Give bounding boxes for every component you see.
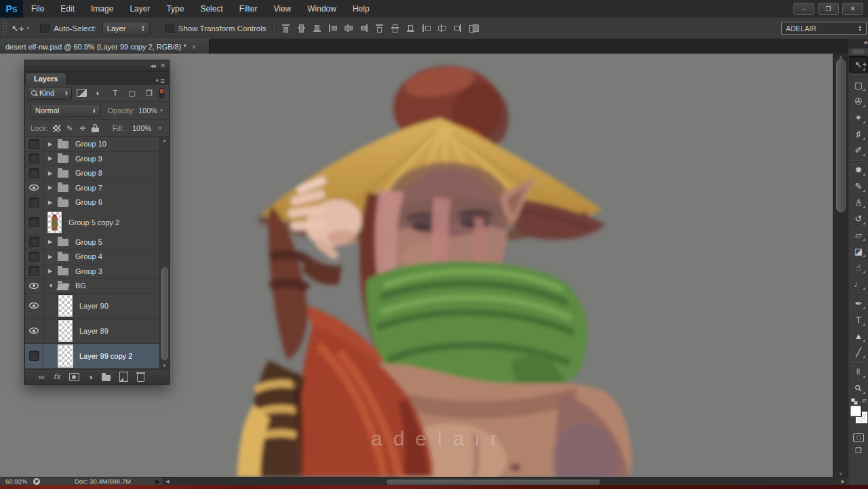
lock-position-icon[interactable]: ✛ [79, 124, 86, 133]
layer-thumbnail[interactable] [58, 268, 68, 275]
scroll-up-icon[interactable]: ▲ [833, 54, 848, 59]
close-document-icon[interactable]: × [192, 43, 196, 51]
distribute-bottom-edges[interactable] [405, 22, 416, 34]
menu-item[interactable]: Layer [121, 0, 158, 18]
workspace-switcher[interactable]: ADELAIR ▲▼ [781, 22, 867, 35]
layer-thumbnail[interactable] [58, 155, 68, 163]
layer-name[interactable]: Group 5 copy 2 [68, 218, 119, 227]
menu-item[interactable]: Edit [52, 0, 83, 18]
move-tool-icon[interactable]: ↖✛ [12, 24, 25, 33]
layer-name[interactable]: Group 6 [75, 198, 102, 206]
chevron-down-icon[interactable]: ▾ [27, 26, 30, 31]
menu-item[interactable]: Image [83, 0, 121, 18]
visibility-toggle[interactable] [25, 137, 43, 151]
screen-mode-button[interactable]: ❐ [848, 446, 868, 455]
auto-select-target-dropdown[interactable]: Layer ▲▼ [102, 22, 150, 35]
gradient-tool[interactable]: ◪ [850, 243, 867, 259]
align-right-edges[interactable] [358, 22, 370, 34]
restore-button[interactable]: ❐ [818, 3, 839, 15]
lock-transparent-icon[interactable] [53, 125, 60, 132]
layer-name[interactable]: Group 3 [75, 267, 102, 275]
layer-row[interactable]: ▶ Group 9 [25, 152, 169, 167]
layer-row[interactable]: ▶ Group 6 [25, 195, 169, 210]
layers-scrollbar-thumb[interactable] [161, 267, 168, 360]
expand-triangle-icon[interactable]: ▼ [48, 283, 55, 289]
vertical-scrollbar-thumb[interactable] [836, 59, 846, 212]
distribute-left-edges[interactable] [420, 22, 432, 34]
auto-align-layers[interactable] [467, 22, 479, 34]
expand-triangle-icon[interactable]: ▶ [48, 184, 55, 191]
layer-name[interactable]: Layer 99 copy 2 [79, 352, 132, 360]
lasso-tool[interactable]: ✇ [850, 93, 867, 109]
align-vertical-centers[interactable] [296, 22, 307, 34]
move-tool[interactable]: ↖ [849, 56, 868, 73]
filter-kind-dropdown[interactable]: Kind ▲▼ [28, 87, 72, 100]
expand-triangle-icon[interactable]: ▶ [48, 254, 55, 260]
distribute-top-edges[interactable] [374, 22, 385, 34]
horizontal-scrollbar-thumb[interactable] [386, 479, 601, 486]
layer-name[interactable]: Layer 89 [79, 327, 108, 335]
pixel-layer-filter-icon[interactable] [77, 89, 87, 97]
scroll-down-icon[interactable]: ▼ [160, 364, 169, 368]
align-horizontal-centers[interactable] [342, 22, 354, 34]
visibility-toggle[interactable] [25, 265, 43, 279]
eyedropper-tool[interactable]: ✐ [850, 142, 867, 158]
show-transform-controls-checkbox[interactable] [165, 24, 174, 33]
layer-row[interactable]: Layer 89 [25, 319, 169, 344]
layer-name[interactable]: Group 9 [75, 155, 102, 163]
visibility-toggle[interactable] [25, 235, 43, 250]
visibility-toggle[interactable] [25, 294, 43, 318]
magic-wand-tool[interactable]: ✴ [850, 109, 867, 125]
rectangular-marquee-tool[interactable]: ▢ [850, 76, 867, 93]
scroll-up-icon[interactable]: ▲ [160, 138, 169, 142]
menu-item[interactable]: Type [158, 0, 192, 18]
path-selection-tool[interactable]: ▲ [850, 328, 867, 344]
opacity-value[interactable]: 100% [138, 106, 157, 115]
layer-row[interactable]: ▶ Group 8 [25, 166, 169, 181]
layer-name[interactable]: Group 5 [75, 238, 102, 246]
menu-item[interactable]: Select [192, 0, 231, 18]
link-layers-icon[interactable]: ∞ [39, 373, 45, 381]
tools-panel-grip[interactable] [852, 50, 865, 54]
dodge-tool[interactable]: ♩ [850, 275, 867, 292]
options-bar-grip[interactable] [2, 22, 7, 35]
quick-mask-mode-button[interactable] [853, 433, 864, 442]
clone-stamp-tool[interactable]: ♙ [850, 194, 867, 210]
chevron-down-icon[interactable]: ▼ [158, 126, 162, 130]
layer-mask-icon[interactable] [69, 373, 79, 381]
layer-row[interactable]: ▶ Group 7 [25, 181, 169, 196]
distribute-right-edges[interactable] [452, 22, 463, 34]
layer-thumbnail[interactable] [58, 254, 68, 261]
layer-thumbnail[interactable] [58, 184, 68, 192]
zoom-tool[interactable]: ⚲ [850, 380, 867, 396]
hand-tool[interactable]: ✌ [850, 363, 867, 380]
blend-mode-dropdown[interactable]: Normal ▲▼ [31, 104, 101, 117]
history-brush-tool[interactable]: ↺ [850, 210, 867, 227]
new-adjustment-layer-icon[interactable]: ◑ [88, 373, 93, 381]
new-group-icon[interactable] [102, 375, 111, 381]
layer-thumbnail[interactable] [58, 320, 73, 342]
adjustment-layer-filter-icon[interactable]: ◐ [93, 89, 104, 97]
menu-item[interactable]: File [23, 0, 52, 18]
layer-row[interactable]: Layer 99 copy 2 [25, 344, 169, 369]
collapse-panel-icon[interactable]: ◂◂ [150, 62, 155, 69]
expand-triangle-icon[interactable]: ▶ [48, 141, 55, 147]
vertical-scrollbar[interactable]: ▲ ▼ [833, 54, 848, 477]
type-tool[interactable]: T [850, 311, 867, 328]
layer-name[interactable]: Group 10 [75, 140, 106, 148]
brush-tool[interactable]: ✎ [850, 178, 867, 194]
layer-thumbnail[interactable] [58, 283, 68, 290]
visibility-toggle[interactable] [25, 181, 43, 195]
close-button[interactable]: ✕ [842, 3, 863, 15]
layer-thumbnail[interactable] [47, 212, 62, 233]
distribute-horizontal-centers[interactable] [436, 22, 448, 34]
layer-row[interactable]: ▶ Group 3 [25, 265, 169, 279]
align-left-edges[interactable] [327, 22, 338, 34]
crop-tool[interactable]: ♯ [850, 125, 867, 142]
foreground-color-swatch[interactable] [850, 406, 861, 416]
layer-thumbnail[interactable] [58, 345, 73, 367]
align-top-edges[interactable] [280, 22, 292, 34]
chevron-down-icon[interactable]: ▼ [159, 109, 163, 113]
layer-name[interactable]: Group 8 [75, 169, 102, 177]
layer-row[interactable]: ▼ BG [25, 279, 169, 294]
